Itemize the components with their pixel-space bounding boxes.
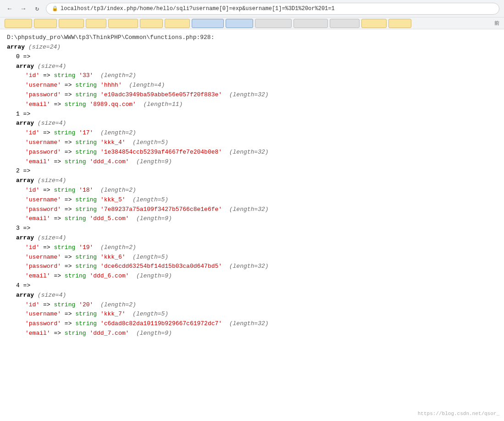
bookmark-item[interactable] <box>165 19 190 28</box>
array-dump: array (size=24) 0 => array (size=4) 'id'… <box>7 43 497 338</box>
array-item-0: array (size=4) 'id' => string '33' (leng… <box>7 62 497 110</box>
array-index-0: 0 => <box>7 52 497 62</box>
bookmark-item[interactable] <box>86 19 106 28</box>
watermark: https://blog.csdn.net/qsor_ <box>418 411 499 415</box>
back-button[interactable]: ← <box>5 4 15 14</box>
array-item-1: array (size=4) 'id' => string '17' (leng… <box>7 119 497 166</box>
array-index-4: 4 => <box>7 281 497 291</box>
bookmark-item[interactable] <box>108 19 138 28</box>
lock-icon: 🔒 <box>52 6 58 11</box>
index-label: 1 => <box>16 111 30 117</box>
forward-button[interactable]: → <box>18 4 28 14</box>
page-content: D:\phpstudy_pro\WWW\tp3\ThinkPHP\Common\… <box>0 29 504 415</box>
file-path: D:\phpstudy_pro\WWW\tp3\ThinkPHP\Common\… <box>7 34 497 41</box>
bookmark-item[interactable] <box>59 19 84 28</box>
corner-label: 前 <box>494 20 499 27</box>
array-item-2: array (size=4) 'id' => string '18' (leng… <box>7 176 497 224</box>
array-item-3: array (size=4) 'id' => string '19' (leng… <box>7 233 497 281</box>
array-index-3: 3 => <box>7 224 497 233</box>
bookmark-item[interactable] <box>5 19 32 28</box>
bookmark-item[interactable] <box>140 19 163 28</box>
array-size: (size=24) <box>28 44 61 50</box>
address-bar[interactable]: 🔒 localhost/tp3/index.php/home/hello/sql… <box>46 3 499 15</box>
bookmark-item[interactable] <box>361 19 387 28</box>
refresh-button[interactable]: ↻ <box>32 4 42 14</box>
array-index-2: 2 => <box>7 166 497 176</box>
browser-chrome: ← → ↻ 🔒 localhost/tp3/index.php/home/hel… <box>0 0 504 17</box>
bookmark-bar: 前 <box>0 17 504 29</box>
index-label: 3 => <box>16 225 30 232</box>
index-label: 2 => <box>16 167 30 174</box>
bookmark-item[interactable] <box>34 19 57 28</box>
array-index-1: 1 => <box>7 110 497 119</box>
index-label: 0 => <box>16 53 30 60</box>
bookmark-item[interactable] <box>226 19 253 28</box>
array-item-4: array (size=4) 'id' => string '20' (leng… <box>7 291 497 338</box>
array-keyword: array <box>7 44 25 50</box>
url-text: localhost/tp3/index.php/home/hello/sqli?… <box>61 6 335 12</box>
bookmark-item[interactable] <box>192 19 224 28</box>
bookmark-item[interactable] <box>388 19 411 28</box>
bookmark-item[interactable] <box>330 19 360 28</box>
bookmark-item[interactable] <box>294 19 328 28</box>
bookmark-item[interactable] <box>255 19 292 28</box>
index-label: 4 => <box>16 282 30 289</box>
